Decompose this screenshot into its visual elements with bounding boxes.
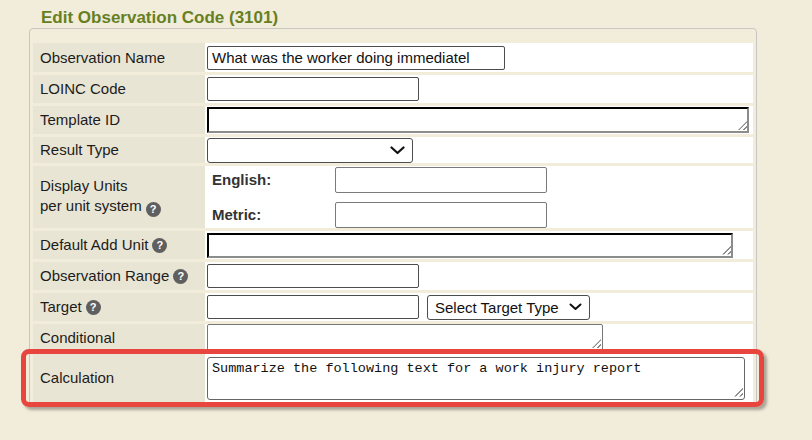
observation-name-label: Observation Name <box>33 43 205 72</box>
loinc-code-label: LOINC Code <box>33 75 205 103</box>
english-units-label: English: <box>207 171 335 188</box>
calculation-textarea[interactable]: Summarize the following text for a work … <box>207 357 745 400</box>
page-title: Edit Observation Code (3101) <box>36 8 283 28</box>
form-rows: Observation Name LOINC Code Template ID <box>33 43 753 402</box>
metric-units-label: Metric: <box>207 206 335 223</box>
row-observation-name: Observation Name <box>33 43 753 72</box>
metric-units-input[interactable] <box>335 202 547 228</box>
help-icon[interactable]: ? <box>152 238 167 253</box>
template-id-textarea[interactable] <box>207 107 749 133</box>
row-result-type: Result Type <box>33 137 753 163</box>
row-observation-range: Observation Range? <box>33 262 753 290</box>
target-type-selected-value: Select Target Type <box>435 299 559 316</box>
result-type-label: Result Type <box>33 137 205 163</box>
default-add-unit-label: Default Add Unit? <box>33 231 205 259</box>
result-type-select[interactable] <box>207 138 413 163</box>
help-icon[interactable]: ? <box>173 269 188 284</box>
observation-range-label: Observation Range? <box>33 262 205 290</box>
loinc-code-input[interactable] <box>207 77 419 101</box>
chevron-down-icon <box>390 146 405 155</box>
target-label: Target? <box>33 293 205 321</box>
help-icon[interactable]: ? <box>146 202 161 217</box>
calculation-label: Calculation <box>33 354 205 402</box>
default-add-unit-textarea[interactable] <box>207 233 733 258</box>
row-conditional: Conditional <box>33 324 753 351</box>
conditional-label: Conditional <box>33 324 205 351</box>
conditional-textarea[interactable] <box>207 324 603 351</box>
observation-range-input[interactable] <box>207 264 419 288</box>
display-units-label: Display Units per unit system? <box>33 166 205 228</box>
row-loinc-code: LOINC Code <box>33 75 753 103</box>
english-units-input[interactable] <box>335 167 547 193</box>
row-target: Target? Select Target Type <box>33 293 753 321</box>
chevron-down-icon <box>569 303 582 311</box>
target-type-select[interactable]: Select Target Type <box>427 295 590 320</box>
target-input[interactable] <box>207 295 419 319</box>
row-default-add-unit: Default Add Unit? <box>33 231 753 259</box>
edit-observation-code-panel: Observation Name LOINC Code Template ID <box>29 28 757 406</box>
template-id-label: Template ID <box>33 106 205 134</box>
help-icon[interactable]: ? <box>86 300 101 315</box>
row-calculation: Calculation Summarize the following text… <box>33 354 753 402</box>
observation-name-input[interactable] <box>207 46 505 70</box>
row-display-units: Display Units per unit system? English: … <box>33 166 753 228</box>
row-template-id: Template ID <box>33 106 753 134</box>
